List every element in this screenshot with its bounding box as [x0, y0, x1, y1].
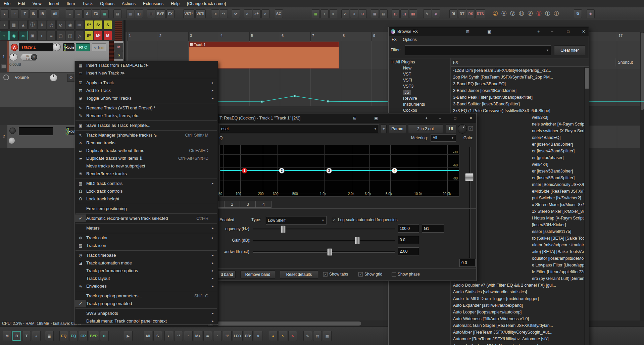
menu-options[interactable]: Options — [400, 37, 419, 42]
browse-fx-titlebar[interactable]: Browse FX ⊞ ▣ ⌖ – □ ✕ — [389, 27, 589, 36]
close-icon[interactable]: ✕ — [581, 29, 587, 35]
context-menu-item-save-tracks-as-track-template-[interactable]: ▣Save Tracks as Track Template... — [75, 121, 218, 129]
toolbar-icon[interactable]: ⌕- — [244, 9, 252, 18]
slider-handle[interactable] — [327, 248, 332, 256]
toolbar-icon[interactable]: ▤ — [313, 331, 322, 341]
eq-band-handle-2[interactable]: 2 — [279, 168, 285, 174]
context-menu-item-track-timebase[interactable]: ◷Track timebase▸ — [75, 251, 218, 259]
list-scrollbar[interactable] — [584, 67, 589, 345]
menubar-item-extensions[interactable]: Extensions — [139, 0, 167, 7]
close-icon[interactable]: ✕ — [468, 115, 474, 121]
toolbar-icon[interactable]: Ⓘ — [552, 9, 560, 18]
menubar-item-file[interactable]: File — [0, 0, 14, 7]
tree-item-vst[interactable]: VST — [389, 71, 411, 77]
pin-icon[interactable]: ⌖ — [424, 115, 430, 121]
log-scale-checkbox[interactable]: ✓ — [332, 218, 336, 222]
col-shortcut[interactable]: Shortcut — [618, 60, 633, 65]
context-menu-item-rename-tracks-items-etc-[interactable]: ✎Rename Tracks, Items, etc. — [75, 112, 218, 119]
plugin-row[interactable]: 2op PM Synth [ReaTeam JSFX/Synth/TiaR_2o… — [453, 74, 553, 81]
plugin-row[interactable]: well/4x4] — [532, 161, 548, 168]
toolbar-icon[interactable]: B — [12, 331, 21, 341]
eq-band-handle-4[interactable]: 4 — [392, 168, 397, 174]
menubar-item-help[interactable]: Help — [167, 0, 183, 7]
plugin-row[interactable]: essor [sstillwell/1175] — [532, 228, 571, 235]
toolbar-icon[interactable]: PBˣ — [244, 331, 253, 341]
menu-fx[interactable]: FX — [389, 37, 400, 42]
context-menu-item-duplicate-tracks-without-items[interactable]: ▱Duplicate tracks without ItemsCtrl+Alt+… — [75, 147, 218, 154]
plugin-row[interactable]: odulator [loser/amplitudeModulator] — [532, 255, 584, 262]
toolbar-icon[interactable]: ◔ — [11, 9, 19, 18]
toolbar-icon[interactable]: ▷ — [75, 31, 84, 40]
track1-fx-button[interactable]: FX⏻ — [76, 43, 90, 51]
toolbar-icon[interactable]: LFO — [233, 331, 243, 341]
tree-expander-icon[interactable]: ⊟ — [391, 60, 394, 64]
toolbar-icon[interactable]: ▣ — [28, 31, 37, 40]
toolbar-icon[interactable]: ◉ — [9, 31, 18, 40]
toolbar-icon[interactable]: ◈ — [432, 9, 440, 18]
plugin-row[interactable]: oser/4BandEQ] — [532, 134, 560, 141]
envelope-value-knob[interactable] — [50, 74, 57, 82]
param-button[interactable]: Param — [389, 125, 406, 133]
plugin-row[interactable]: -12dB Dim [ReaTeam JSFX/Utility/ReaperBl… — [453, 67, 551, 74]
toolbar-icon[interactable]: ◧ — [135, 9, 143, 18]
float-icon[interactable]: ▣ — [373, 115, 379, 121]
toolbar-icon[interactable]: EQ — [69, 331, 78, 341]
toolbar-icon[interactable]: ✎ — [423, 9, 431, 18]
toolbar-icon[interactable]: All — [144, 331, 152, 341]
plugin-row[interactable]: erb (by Geraint Luff) [Geraint's JSFX/De… — [532, 275, 584, 282]
toolbar-icon[interactable]: → — [75, 9, 83, 18]
menubar-item-actions[interactable]: Actions — [118, 0, 139, 7]
tree-item-all-plugins[interactable]: ⊟All Plugins — [389, 59, 415, 65]
metering-combo[interactable]: All▼ — [431, 134, 456, 142]
plugin-row[interactable]: 1x Stereo Mixer [ix/Mixer_8xS-1xS] — [532, 208, 584, 215]
band-tab-2[interactable]: 2 — [224, 201, 240, 208]
band-tab-partial[interactable] — [218, 201, 224, 208]
track2-name-field[interactable] — [19, 127, 53, 135]
param-value[interactable]: 100.0 — [398, 225, 419, 233]
menubar-item-item[interactable]: Item — [63, 0, 79, 7]
toolbar-icon[interactable]: Sˣ — [94, 20, 103, 30]
context-menu-item-rename-tracks-vsti-end-preset-[interactable]: ✎Rename Tracks (VSTi end Preset) * — [75, 104, 218, 112]
context-menu-item-track-layout[interactable]: Track layout▸ — [75, 275, 218, 282]
toolbar-icon[interactable]: EQ — [59, 331, 68, 341]
toolbar-icon[interactable]: ▤ — [113, 9, 121, 18]
menubar-item-track[interactable]: Track — [79, 0, 96, 7]
context-menu-item-add-to-track[interactable]: ⊡Add to Track▸ — [75, 87, 218, 94]
plugin-row[interactable]: Avocado Ducking Glitch Generator [remain… — [453, 342, 553, 345]
toolbar-icon[interactable]: BYP — [89, 331, 99, 341]
slider-handle[interactable] — [281, 226, 286, 233]
preset-combo[interactable]: eset▼ — [219, 125, 379, 133]
plugin-row[interactable]: 3-Band Peak Filter [Liteon/3bandpeakfilt… — [453, 94, 533, 101]
toolbar-icon[interactable]: Mˣ — [94, 31, 103, 40]
toolbar-icon[interactable]: Ⓥ — [500, 9, 508, 18]
checkbox-show-phase[interactable] — [392, 272, 396, 277]
plugin-row[interactable]: nels switcher [X-Raym Scripts/JSFX/X-... — [532, 121, 584, 128]
toolbar-icon[interactable]: ≣ — [45, 331, 54, 341]
param-value[interactable]: 2.00 — [398, 247, 419, 255]
ui-button[interactable]: UI — [446, 125, 456, 133]
toolbar-icon[interactable]: ⇥ — [211, 9, 219, 18]
toolbar-icon[interactable]: ← — [66, 9, 74, 18]
clear-filter-button[interactable]: Clear filter — [554, 45, 585, 55]
toolbar-icon[interactable]: ⁙ — [341, 9, 349, 18]
envelope-settings-gear[interactable]: ⚙ — [67, 74, 75, 82]
dock-icon[interactable]: ⊞ — [465, 29, 471, 35]
menubar-item-edit[interactable]: Edit — [14, 0, 29, 7]
track1-volume-knob[interactable] — [9, 53, 17, 61]
track1-trim-button[interactable]: ∿Trim — [92, 43, 106, 51]
toolbar-icon[interactable]: ▸ — [1, 9, 9, 18]
context-menu-item-track-grouping-enabled[interactable]: ✓Track grouping enabled — [75, 300, 218, 307]
plugin-row[interactable]: er [loser/4BandSplitter] — [532, 148, 575, 154]
param-slider[interactable] — [253, 225, 395, 233]
toolbar-icon[interactable]: ≡ — [47, 31, 56, 40]
io-button[interactable]: 2 in 2 out — [408, 125, 443, 133]
track1-route-button[interactable]: Route — [63, 43, 75, 51]
column-divider[interactable] — [615, 58, 616, 66]
toolbar-icon[interactable]: VSTi — [195, 9, 206, 18]
band-tab-4[interactable]: 4 — [256, 201, 271, 208]
plugin-row[interactable]: Auto Looper [loopsamplers/autoloop] — [453, 309, 522, 315]
context-menu-item-duplicate-tracks-with-items-[interactable]: ▰Duplicate tracks with Items ⇊Ctrl+Alt+S… — [75, 154, 218, 162]
context-menu-item-track-icon[interactable]: ▧Track icon — [75, 242, 218, 249]
toolbar-icon[interactable]: ◉ — [66, 20, 75, 30]
toolbar-icon[interactable]: ⊘ — [56, 20, 65, 30]
